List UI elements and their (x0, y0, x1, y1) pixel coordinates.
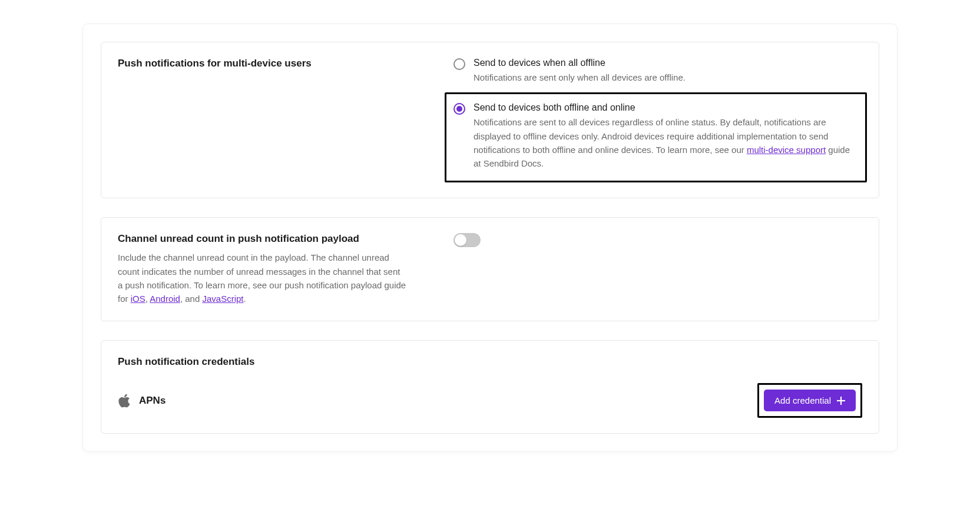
radio-desc: Notifications are sent only when all dev… (474, 71, 862, 84)
add-credential-button[interactable]: Add credential (764, 390, 856, 411)
plus-icon (837, 397, 845, 405)
javascript-link[interactable]: JavaScript (202, 294, 243, 304)
credentials-title: Push notification credentials (118, 356, 862, 368)
unread-count-section: Channel unread count in push notificatio… (101, 217, 879, 321)
add-credential-label: Add credential (774, 395, 831, 405)
radio-icon[interactable] (453, 103, 465, 115)
ios-link[interactable]: iOS (131, 294, 145, 304)
apple-icon (118, 393, 131, 408)
multi-device-support-link[interactable]: multi-device support (747, 145, 826, 155)
multi-device-radio-group: Send to devices when all offline Notific… (453, 58, 862, 182)
multi-device-section: Push notifications for multi-device user… (101, 42, 879, 198)
radio-desc: Notifications are sent to all devices re… (474, 115, 858, 170)
unread-count-toggle[interactable] (453, 233, 481, 247)
android-link[interactable]: Android (150, 294, 180, 304)
radio-label: Send to devices both offline and online (474, 102, 858, 113)
apns-row: APNs Add credential (118, 383, 862, 418)
credentials-section: Push notification credentials APNs Add c… (101, 340, 879, 434)
desc-sep: , and (180, 294, 203, 304)
unread-count-title: Channel unread count in push notificatio… (118, 233, 406, 245)
radio-option-all-offline[interactable]: Send to devices when all offline Notific… (453, 58, 862, 84)
desc-post: . (243, 294, 246, 304)
radio-option-both[interactable]: Send to devices both offline and online … (445, 92, 867, 182)
apns-label: APNs (139, 395, 165, 407)
unread-count-desc: Include the channel unread count in the … (118, 251, 406, 305)
radio-icon[interactable] (453, 58, 465, 70)
radio-label: Send to devices when all offline (474, 58, 862, 68)
settings-panel: Push notifications for multi-device user… (82, 24, 898, 452)
toggle-knob (455, 234, 466, 246)
add-credential-highlight: Add credential (757, 383, 862, 418)
multi-device-title: Push notifications for multi-device user… (118, 58, 406, 69)
